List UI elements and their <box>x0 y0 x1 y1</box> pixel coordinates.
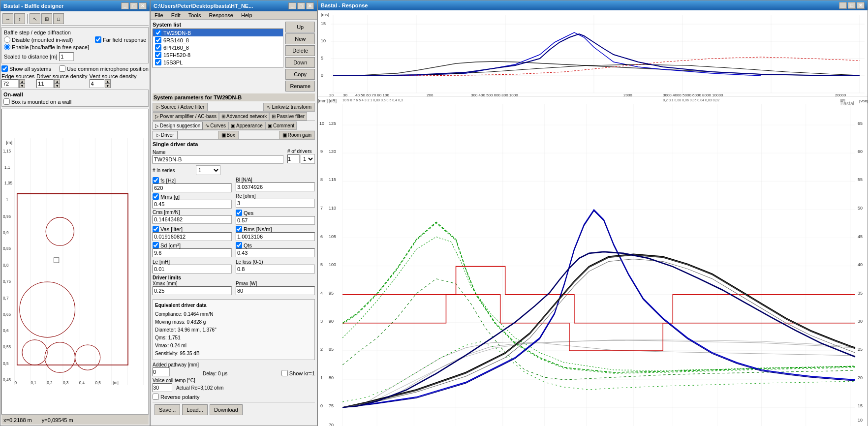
menu-help[interactable]: Help <box>237 11 256 19</box>
grid-tool[interactable]: ⊞ <box>41 13 52 24</box>
tab-linkwitz[interactable]: ∿ Linkwitz transform <box>263 103 315 111</box>
pmax-input[interactable] <box>236 286 315 295</box>
reverse-polarity-checkbox[interactable] <box>153 394 159 400</box>
move-h-tool[interactable]: ↔ <box>2 13 13 24</box>
qes-checkbox[interactable] <box>236 210 242 216</box>
bottom-buttons: Save... Load... Download <box>153 402 315 417</box>
move-v-tool[interactable]: ↕ <box>14 13 25 24</box>
middle-minimize-btn[interactable]: _ <box>288 2 296 9</box>
qts-input[interactable] <box>236 248 315 257</box>
vent-density-down[interactable]: ▼ <box>105 84 111 88</box>
load-button[interactable]: Load... <box>182 404 208 415</box>
system-check-3[interactable] <box>155 52 161 58</box>
menu-file[interactable]: File <box>151 11 167 19</box>
tab-source-active[interactable]: ▷ Source / Active filter <box>153 103 208 111</box>
tab-box[interactable]: ▣ Box <box>218 131 239 139</box>
cms-input[interactable] <box>153 215 232 224</box>
voice-coil-input[interactable] <box>153 383 172 392</box>
num-drivers-select[interactable]: 1 <box>301 154 315 164</box>
vent-density-up[interactable]: ▲ <box>105 79 111 84</box>
response-close-btn[interactable]: ✕ <box>857 2 865 9</box>
menu-response[interactable]: Response <box>205 11 237 19</box>
baffle-close-btn[interactable]: ✕ <box>139 2 147 9</box>
tab-passive-filter[interactable]: ⊞ Passive filter <box>269 112 307 121</box>
le-loss-input[interactable] <box>236 265 315 274</box>
baffle-minimize-btn[interactable]: _ <box>121 2 129 9</box>
tab-advanced-network[interactable]: ⊞ Advanced network <box>219 112 269 121</box>
copy-button[interactable]: Copy <box>285 69 315 80</box>
system-item-1[interactable]: 6RS140_8 <box>153 36 283 44</box>
re-input[interactable] <box>236 199 315 208</box>
edge-sources-input[interactable] <box>1 79 19 88</box>
scaled-value-input[interactable] <box>59 52 74 61</box>
qes-input[interactable] <box>236 216 315 225</box>
tab-appearance[interactable]: ▣ Appearance <box>228 122 265 130</box>
middle-maximize-btn[interactable]: □ <box>297 2 305 9</box>
system-list[interactable]: TW29DN-B 6RS140_8 6PR160_8 15FH520- <box>153 29 283 68</box>
use-common-mic-checkbox[interactable] <box>59 65 65 72</box>
vas-input[interactable] <box>153 232 232 241</box>
rms-checkbox[interactable] <box>236 226 242 232</box>
response-minimize-btn[interactable]: _ <box>839 2 847 9</box>
system-item-0[interactable]: TW29DN-B <box>153 29 283 36</box>
system-check-2[interactable] <box>155 44 161 51</box>
system-item-3[interactable]: 15FH520-8 <box>153 51 283 59</box>
save-button[interactable]: Save... <box>155 404 180 415</box>
pathway-input[interactable] <box>153 367 170 376</box>
response-maximize-btn[interactable]: □ <box>848 2 856 9</box>
tab-room-gain[interactable]: ▣ Room gain <box>279 131 315 139</box>
menu-edit[interactable]: Edit <box>167 11 185 19</box>
new-button[interactable]: New <box>285 33 315 44</box>
disable-radio[interactable] <box>4 36 10 43</box>
baffle-window: Bastal - Baffle designer _ □ ✕ ↔ ↕ ↖ ⊞ □… <box>0 0 150 426</box>
tab-comment[interactable]: ▣ Comment <box>265 122 297 130</box>
download-button[interactable]: Download <box>210 404 243 415</box>
tab-driver[interactable]: ▷ Driver <box>153 131 178 139</box>
vas-checkbox[interactable] <box>153 226 159 232</box>
delete-button[interactable]: Delete <box>285 45 315 56</box>
system-item-4[interactable]: 15S3PL <box>153 59 283 66</box>
bl-input[interactable] <box>236 183 315 191</box>
edge-sources-up[interactable]: ▲ <box>19 79 25 84</box>
driver-density-down[interactable]: ▼ <box>54 84 60 88</box>
down-button[interactable]: Down <box>285 57 315 68</box>
mms-checkbox[interactable] <box>153 193 159 200</box>
driver-density-input[interactable] <box>36 79 54 88</box>
middle-close-btn[interactable]: ✕ <box>306 2 314 9</box>
svg-text:45: 45 <box>858 234 863 239</box>
system-check-1[interactable] <box>155 37 161 43</box>
show-all-checkbox[interactable] <box>1 65 8 72</box>
baffle-maximize-btn[interactable]: □ <box>130 2 138 9</box>
rect-tool[interactable]: □ <box>53 13 64 24</box>
cursor-tool[interactable]: ↖ <box>30 13 40 24</box>
system-check-4[interactable] <box>155 59 161 65</box>
tab-curves[interactable]: ∿ Curves <box>203 122 228 130</box>
baffle-canvas[interactable]: [m] 1,15 1,1 1,05 1 0,95 0,9 0,85 0,8 0,… <box>1 109 149 415</box>
num-drivers-input[interactable] <box>287 154 300 163</box>
rms-input[interactable] <box>236 232 315 241</box>
xmax-input[interactable] <box>153 286 232 295</box>
system-check-0[interactable] <box>155 30 161 36</box>
driver-density-up[interactable]: ▲ <box>54 79 60 84</box>
num-series-select[interactable]: 1 <box>196 165 220 175</box>
system-item-2[interactable]: 6PR160_8 <box>153 44 283 51</box>
fs-input[interactable] <box>153 183 232 192</box>
edge-sources-down[interactable]: ▼ <box>19 84 25 88</box>
vent-density-input[interactable] <box>90 79 104 88</box>
up-button[interactable]: Up <box>285 22 315 32</box>
tab-design-suggestion[interactable]: ▷ Design suggestion <box>153 122 203 130</box>
rename-button[interactable]: Rename <box>285 81 315 91</box>
sd-input[interactable] <box>153 248 232 257</box>
show-kr1-checkbox[interactable] <box>281 370 288 376</box>
tab-power-amp[interactable]: ▷ Power amplifier / AC-bass <box>153 112 219 121</box>
enable-radio[interactable] <box>4 44 10 50</box>
mms-input[interactable] <box>153 200 232 209</box>
on-wall-checkbox[interactable] <box>3 98 10 105</box>
fs-checkbox[interactable] <box>153 177 159 183</box>
le-input[interactable] <box>153 265 232 274</box>
far-field-checkbox[interactable] <box>95 36 101 43</box>
driver-name-input[interactable] <box>153 155 283 164</box>
menu-tools[interactable]: Tools <box>185 11 205 19</box>
sd-checkbox[interactable] <box>153 242 159 248</box>
qts-checkbox[interactable] <box>236 242 242 248</box>
